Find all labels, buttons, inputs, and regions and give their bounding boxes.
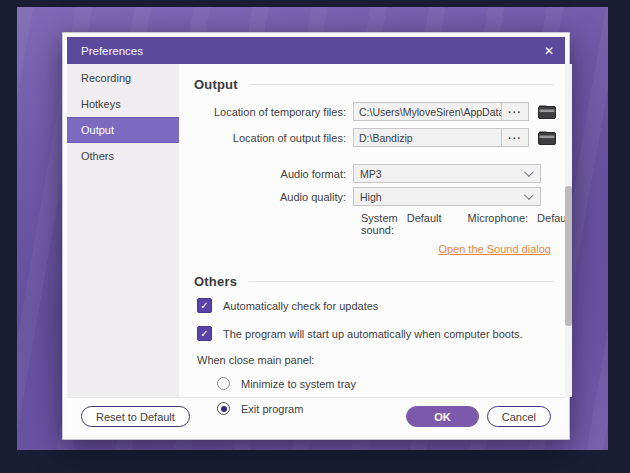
close-panel-label: When close main panel:	[197, 354, 572, 366]
startup-label: The program will start up automatically …	[223, 328, 523, 340]
output-files-row: Location of output files: D:\Bandizip ··…	[194, 128, 572, 147]
output-section-header: Output	[194, 76, 554, 92]
audio-format-value: MP3	[360, 168, 382, 180]
system-sound-value: Default	[407, 212, 442, 236]
open-folder-icon[interactable]	[538, 105, 556, 119]
temp-files-field[interactable]: C:\Users\MyloveSiren\AppData\Loc ···	[353, 102, 529, 121]
exit-program-radio[interactable]	[217, 402, 230, 415]
temp-files-value: C:\Users\MyloveSiren\AppData\Loc	[354, 106, 501, 118]
section-divider	[249, 281, 554, 282]
sidebar: Recording Hotkeys Output Others	[67, 64, 179, 397]
startup-row: ✓ The program will start up automaticall…	[197, 326, 572, 341]
preferences-dialog: Preferences ✕ Recording Hotkeys Output O…	[62, 32, 570, 440]
browse-ellipsis-button[interactable]: ···	[501, 103, 528, 120]
audio-format-label: Audio format:	[194, 168, 353, 180]
exit-program-row: Exit program	[217, 402, 572, 415]
output-files-field[interactable]: D:\Bandizip ···	[353, 128, 529, 147]
sidebar-item-recording[interactable]: Recording	[67, 65, 179, 91]
scrollbar-thumb[interactable]	[565, 186, 572, 326]
temp-files-row: Location of temporary files: C:\Users\My…	[194, 102, 572, 121]
titlebar[interactable]: Preferences ✕	[67, 37, 565, 64]
sidebar-item-others[interactable]: Others	[67, 143, 179, 169]
startup-checkbox[interactable]: ✓	[197, 326, 212, 341]
chevron-down-icon	[524, 190, 534, 200]
audio-quality-label: Audio quality:	[194, 191, 353, 203]
open-sound-dialog-link[interactable]: Open the Sound dialog	[438, 243, 551, 255]
browse-ellipsis-button[interactable]: ···	[501, 129, 528, 146]
sound-dialog-link-row: Open the Sound dialog	[194, 243, 551, 255]
sidebar-item-hotkeys[interactable]: Hotkeys	[67, 91, 179, 117]
audio-quality-row: Audio quality: High	[194, 187, 572, 206]
chevron-down-icon	[524, 167, 534, 177]
minimize-tray-label: Minimize to system tray	[241, 378, 356, 390]
dialog-title: Preferences	[81, 45, 143, 57]
check-updates-checkbox[interactable]: ✓	[197, 298, 212, 313]
sound-devices-row: System sound: Default Microphone: Defaul…	[361, 212, 572, 236]
exit-program-label: Exit program	[241, 403, 303, 415]
audio-quality-select[interactable]: High	[353, 187, 541, 206]
system-sound-label: System sound:	[361, 212, 398, 236]
others-section-title: Others	[194, 274, 237, 289]
close-icon[interactable]: ✕	[544, 45, 554, 57]
output-files-value: D:\Bandizip	[354, 132, 501, 144]
others-section-header: Others	[194, 273, 554, 289]
minimize-tray-row: Minimize to system tray	[217, 377, 572, 390]
check-updates-label: Automatically check for updates	[223, 300, 378, 312]
minimize-tray-radio[interactable]	[217, 377, 230, 390]
audio-format-select[interactable]: MP3	[353, 164, 541, 183]
dialog-body: Recording Hotkeys Output Others Output L…	[67, 64, 565, 397]
output-files-label: Location of output files:	[194, 132, 353, 144]
settings-panel: Output Location of temporary files: C:\U…	[179, 64, 572, 397]
open-folder-icon[interactable]	[538, 131, 556, 145]
sidebar-item-output[interactable]: Output	[67, 117, 179, 143]
temp-files-label: Location of temporary files:	[194, 106, 353, 118]
output-section-title: Output	[194, 77, 238, 92]
audio-format-row: Audio format: MP3	[194, 164, 572, 183]
scrollbar-track[interactable]	[565, 64, 572, 397]
reset-to-default-button[interactable]: Reset to Default	[81, 406, 190, 427]
check-updates-row: ✓ Automatically check for updates	[197, 298, 572, 313]
microphone-label: Microphone:	[468, 212, 529, 236]
audio-quality-value: High	[360, 191, 382, 203]
section-divider	[250, 84, 554, 85]
